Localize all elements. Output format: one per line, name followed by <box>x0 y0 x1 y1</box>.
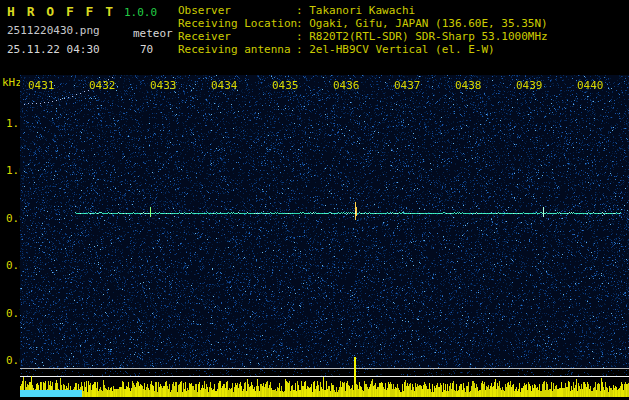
x-tick-label: 0434 <box>211 80 238 92</box>
echo-count: 70 <box>140 43 153 56</box>
x-tick-label: 0437 <box>394 80 421 92</box>
station-info: Observer : Takanori Kawachi Receiving Lo… <box>178 4 548 56</box>
info-row-antenna: Receiving antenna : 2el-HB9CV Vertical (… <box>178 43 548 56</box>
datetime-label: 25.11.22 04:30 <box>7 43 100 56</box>
x-tick-label: 0438 <box>455 80 482 92</box>
info-row-receiver: Receiver : R820T2(RTL-SDR) SDR-Sharp 53.… <box>178 30 548 43</box>
info-value: : Takanori Kawachi <box>296 4 415 17</box>
x-tick-label: 0440 <box>577 80 604 92</box>
app-title: H R O F F T <box>7 4 115 19</box>
info-row-location: Receiving Location : Ogaki, Gifu, JAPAN … <box>178 17 548 30</box>
info-value: : 2el-HB9CV Vertical (el. E-W) <box>296 43 495 56</box>
info-label: Receiving Location <box>178 17 296 30</box>
x-tick-label: 0431 <box>28 80 55 92</box>
info-row-observer: Observer : Takanori Kawachi <box>178 4 548 17</box>
spectrogram-canvas <box>20 75 629 400</box>
output-filename: 2511220430.png <box>7 24 100 37</box>
x-tick-label: 0435 <box>272 80 299 92</box>
info-label: Receiver <box>178 30 296 43</box>
y-axis-unit-label: kHz <box>2 77 22 89</box>
info-value: : Ogaki, Gifu, JAPAN (136.60E, 35.35N) <box>296 17 548 30</box>
info-label: Receiving antenna <box>178 43 296 56</box>
x-tick-label: 0433 <box>150 80 177 92</box>
x-tick-label: 0436 <box>333 80 360 92</box>
mode-label: meteor <box>133 27 173 40</box>
info-value: : R820T2(RTL-SDR) SDR-Sharp 53.1000MHz <box>296 30 548 43</box>
x-tick-label: 0439 <box>516 80 543 92</box>
app-version: 1.0.0 <box>124 6 157 19</box>
hrofft-output-image: H R O F F T 1.0.0 2511220430.png meteor … <box>0 0 629 400</box>
info-label: Observer <box>178 4 296 17</box>
x-tick-label: 0432 <box>89 80 116 92</box>
